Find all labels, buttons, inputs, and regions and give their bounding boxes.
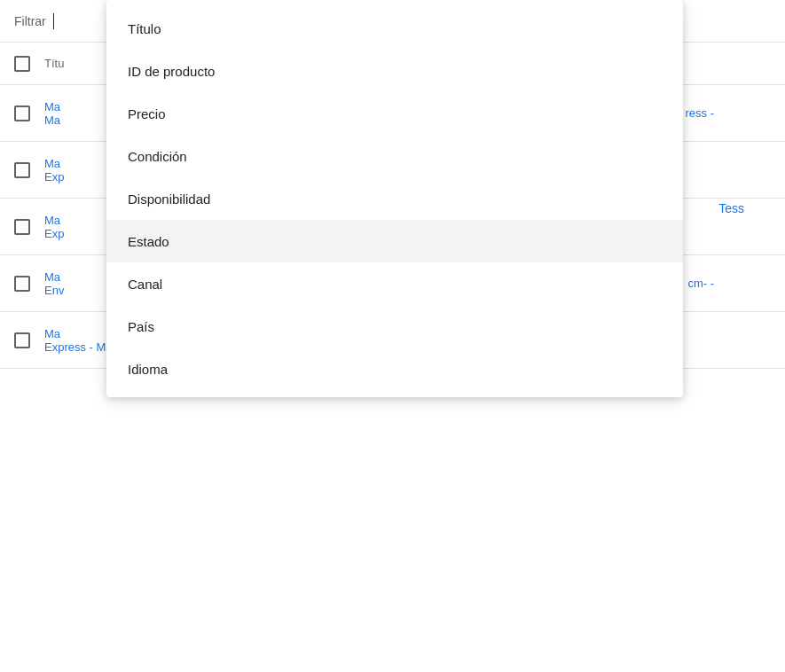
- row-5-checkbox[interactable]: [14, 332, 30, 348]
- dropdown-item-estado-label: Estado: [128, 234, 169, 249]
- dropdown-item-disponibilidad-label: Disponibilidad: [128, 191, 210, 207]
- dropdown-item-pais-label: País: [128, 319, 154, 334]
- filter-label: Filtrar: [14, 14, 46, 28]
- row-3-link-1[interactable]: Ma: [44, 214, 64, 227]
- row-2-link-2[interactable]: Exp: [44, 170, 64, 184]
- dropdown-item-idioma-label: Idioma: [128, 362, 168, 377]
- dropdown-item-precio-label: Precio: [128, 106, 166, 121]
- row-1-checkbox[interactable]: [14, 105, 30, 121]
- col-title-header: Títu: [44, 57, 64, 70]
- dropdown-item-estado[interactable]: Estado: [106, 220, 683, 262]
- row-4-link-2[interactable]: Env: [44, 284, 64, 297]
- row-1-extra: ress -: [686, 106, 715, 120]
- row-1-content: Ma Ma: [44, 100, 60, 127]
- dropdown-item-id-producto-label: ID de producto: [128, 64, 215, 79]
- row-4-extra: cm- -: [687, 277, 714, 290]
- dropdown-item-titulo[interactable]: Título: [106, 7, 683, 50]
- dropdown-item-id-producto[interactable]: ID de producto: [106, 50, 683, 92]
- dropdown-item-idioma[interactable]: Idioma: [106, 348, 683, 390]
- row-2-link-1[interactable]: Ma: [44, 157, 64, 170]
- row-4-link-1[interactable]: Ma: [44, 270, 64, 284]
- dropdown-item-condicion[interactable]: Condición: [106, 135, 683, 177]
- row-3-content: Ma Exp: [44, 214, 64, 240]
- row-1-link-1[interactable]: Ma: [44, 100, 60, 113]
- dropdown-item-precio[interactable]: Precio: [106, 92, 683, 135]
- dropdown-menu: Título ID de producto Precio Condición D…: [106, 0, 683, 397]
- tess-background-text: Tess: [718, 201, 744, 215]
- row-4-content: Ma Env: [44, 270, 64, 297]
- dropdown-item-canal[interactable]: Canal: [106, 262, 683, 305]
- dropdown-item-titulo-label: Título: [128, 21, 161, 36]
- filter-cursor: [53, 13, 54, 29]
- header-checkbox[interactable]: [14, 56, 30, 72]
- page-container: Filtrar Títu Ma Ma ress - Ma Exp: [0, 0, 785, 672]
- row-2-checkbox[interactable]: [14, 162, 30, 178]
- dropdown-item-condicion-label: Condición: [128, 149, 187, 164]
- row-4-checkbox[interactable]: [14, 276, 30, 292]
- row-2-content: Ma Exp: [44, 157, 64, 184]
- dropdown-item-pais[interactable]: País: [106, 305, 683, 348]
- dropdown-item-canal-label: Canal: [128, 277, 162, 292]
- row-1-link-2[interactable]: Ma: [44, 113, 60, 127]
- row-3-checkbox[interactable]: [14, 219, 30, 235]
- row-3-link-2[interactable]: Exp: [44, 227, 64, 240]
- dropdown-item-disponibilidad[interactable]: Disponibilidad: [106, 177, 683, 220]
